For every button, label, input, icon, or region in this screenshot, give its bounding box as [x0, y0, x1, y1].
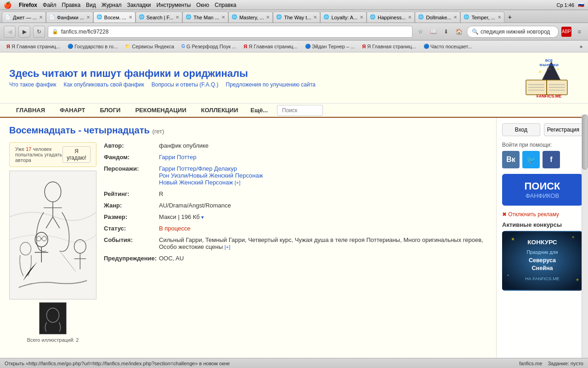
bookmark-label-7: Я Главная страниц... — [367, 44, 416, 49]
search-bar[interactable]: 🔍 спедиция нижний новгород — [467, 26, 559, 38]
fandom-value[interactable]: Гарри Поттер — [159, 154, 487, 161]
tab-5[interactable]: 🌐 The Man ... ✕ — [182, 12, 228, 23]
contest-banner[interactable]: ★ ★ ✦ ★ КОНКУРС Праздник для Северуса Сн… — [502, 231, 582, 291]
adblock-icon[interactable]: ABP — [561, 27, 571, 37]
menu-edit[interactable]: Правка — [62, 2, 81, 8]
reader-mode-icon[interactable]: 📖 — [428, 27, 438, 37]
nav-blogs[interactable]: БЛОГИ — [93, 104, 127, 117]
size-row: Размер: Макси | 196 Кб ▾ — [104, 213, 487, 220]
bookmark-1[interactable]: Я Я Главная страниц... — [4, 42, 63, 51]
bookmark-4[interactable]: G G Резерфорд Поук ... — [179, 42, 239, 51]
vk-login-button[interactable]: Вк — [502, 151, 520, 168]
twitter-login-button[interactable]: 🐦 — [522, 151, 540, 168]
tab-close-6[interactable]: ✕ — [266, 15, 270, 20]
bookmark-7[interactable]: Я Я Главная страниц... — [359, 42, 418, 51]
tab-3-active[interactable]: 🌐 Восем. ... ✕ — [93, 12, 136, 23]
bookmark-favicon-3: 📁 — [125, 44, 130, 49]
tab-close-9[interactable]: ✕ — [408, 15, 412, 20]
tab-4[interactable]: 🌐 Search | F... ✕ — [136, 12, 183, 23]
url-text: fanfics.me/fic97228 — [61, 29, 108, 35]
site-logo: ★ ★ ВСЕ ФАНФИКИ НА FANFICS.ME — [519, 57, 579, 98]
tab-close-5[interactable]: ✕ — [221, 15, 225, 20]
story-info-panel: Автор: фанфик опублике Фандом: Гарри Пот… — [104, 142, 487, 343]
tab-close-2[interactable]: ✕ — [86, 15, 90, 20]
forward-button[interactable]: ▶ — [18, 26, 30, 38]
site-link-publish[interactable]: Как опубликовать свой фанфик — [63, 81, 144, 88]
menu-window[interactable]: Окно — [196, 2, 209, 8]
login-button[interactable]: Вход — [502, 123, 540, 136]
tab-close-7[interactable]: ✕ — [313, 15, 317, 20]
menu-firefox[interactable]: Firefox — [19, 2, 37, 8]
reload-button[interactable]: ↻ — [33, 26, 45, 38]
tab-label-6: Mastery, ... — [239, 15, 264, 20]
tab-close-8[interactable]: ✕ — [360, 15, 363, 20]
bookmark-8[interactable]: 🔵 Часто посещает... — [421, 42, 475, 51]
chars-expand-button[interactable]: [+] — [235, 180, 241, 185]
new-tab-button[interactable]: + — [504, 12, 515, 23]
menu-history[interactable]: Журнал — [102, 2, 122, 8]
tab-8[interactable]: 🌐 Loyalty: A... ✕ — [320, 12, 367, 23]
search-promo-banner[interactable]: ПОИСК ФАНФИКОВ — [502, 174, 582, 206]
tab-label-1: Джет — ... — [13, 15, 37, 20]
menu-tools[interactable]: Инструменты — [157, 2, 191, 8]
tab-label-2: Фанфики ... — [57, 15, 84, 20]
nav-main[interactable]: ГЛАВНАЯ — [9, 104, 52, 117]
url-bar[interactable]: 🔒 fanfics.me/fic97228 — [48, 26, 413, 38]
site-link-suggest[interactable]: Предложения по улучшению сайта — [226, 81, 316, 88]
tab-9[interactable]: 🌐 Happiness... ✕ — [367, 12, 415, 23]
site-link-faq[interactable]: Вопросы и ответы (F.A.Q.) — [152, 81, 219, 88]
nav-collections[interactable]: КОЛЛЕКЦИИ — [194, 104, 245, 117]
scroll-thumb[interactable] — [582, 115, 588, 170]
social-login-section: Войти при помощи: Вк 🐦 f — [502, 142, 582, 168]
menu-view[interactable]: Вид — [86, 2, 96, 8]
facebook-login-button[interactable]: f — [543, 151, 560, 168]
svg-text:Праздник для: Праздник для — [526, 250, 558, 255]
tab-close-10[interactable]: ✕ — [453, 15, 457, 20]
download-icon[interactable]: ⬇ — [441, 27, 451, 37]
tab-10[interactable]: 🌐 Dollmake... ✕ — [415, 12, 460, 23]
bookmarks-more[interactable]: » — [578, 44, 584, 49]
site-search-input[interactable] — [277, 105, 323, 116]
bookmark-star-icon[interactable]: ☆ — [415, 27, 425, 37]
tab-favicon-7: 🌐 — [276, 14, 283, 21]
menu-icon[interactable]: ≡ — [574, 27, 584, 37]
bookmark-favicon-8: 🔵 — [424, 44, 429, 49]
bookmark-3[interactable]: 📁 Сервисы Яндекса — [122, 42, 177, 51]
char-link-1[interactable]: Гарри Поттер/Флер Делакур — [159, 165, 237, 172]
tab-close-11[interactable]: ✕ — [498, 15, 501, 20]
tab-1[interactable]: 📄 Джет — ... ✕ — [2, 12, 46, 23]
site-link-what[interactable]: Что такое фанфик — [9, 81, 56, 88]
menu-help[interactable]: Справка — [215, 2, 236, 8]
tab-7[interactable]: 🌐 The Way t... ✕ — [273, 12, 320, 23]
tab-close-4[interactable]: ✕ — [175, 15, 179, 20]
tab-2[interactable]: 📄 Фанфики ... ✕ — [46, 12, 93, 23]
home-button[interactable]: 🏠 — [454, 27, 464, 37]
status-bar: Открыть «http://fanfics.me/go.php?url=ht… — [0, 358, 588, 368]
tab-11[interactable]: 🌐 Temper, ... ✕ — [460, 12, 504, 23]
bookmark-6[interactable]: 🔵 Эйдан Тернер – ... — [302, 42, 358, 51]
events-expand-button[interactable]: [+] — [225, 244, 231, 250]
tab-6[interactable]: 🌐 Mastery, ... ✕ — [228, 12, 273, 23]
register-button[interactable]: Регистрация — [544, 123, 582, 136]
guess-author-button[interactable]: Я угадаю! — [62, 146, 90, 163]
nav-fanart[interactable]: ФАНАРТ — [53, 104, 92, 117]
apple-menu[interactable]: 🍎 — [4, 1, 11, 9]
rating-label: Рейтинг: — [104, 190, 159, 197]
char-link-2[interactable]: Рон Уизли/Новый Женский Персонаж — [159, 172, 263, 179]
back-button[interactable]: ◀ — [4, 26, 16, 38]
menu-file[interactable]: Файл — [43, 2, 57, 8]
bookmark-favicon-5: Я — [243, 44, 247, 49]
size-expand-button[interactable]: ▾ — [201, 214, 204, 220]
bookmark-label-4: G Резерфорд Поук ... — [187, 44, 236, 49]
nav-more[interactable]: Ещё... — [246, 104, 272, 116]
nav-recs[interactable]: РЕКОМЕНДАЦИИ — [128, 104, 193, 117]
menu-bookmarks[interactable]: Закладки — [127, 2, 151, 8]
bookmark-5[interactable]: Я Я Главная страниц... — [241, 42, 300, 51]
tab-close-3[interactable]: ✕ — [129, 15, 132, 20]
site-title[interactable]: Здесь читают и пишут фанфики и ориджинал… — [9, 68, 316, 80]
char-link-3[interactable]: Новый Женский Персонаж — [159, 179, 233, 186]
bookmark-2[interactable]: 🔵 Государство в го... — [65, 42, 120, 51]
tab-close-1[interactable]: ✕ — [39, 15, 43, 20]
disable-ads-link[interactable]: ✖ Отключить рекламу — [502, 211, 582, 218]
story-thumbnail[interactable] — [39, 302, 67, 334]
